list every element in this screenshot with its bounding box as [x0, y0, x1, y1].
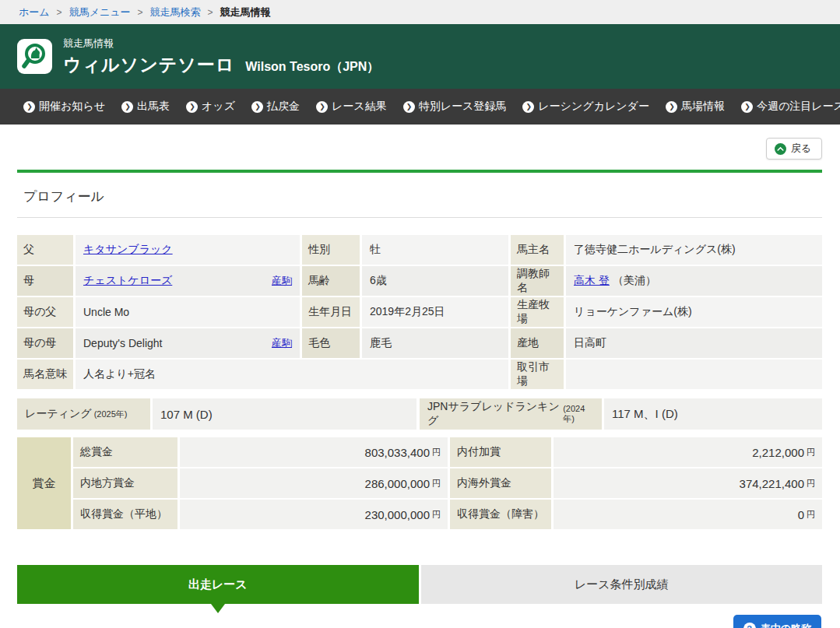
chevron-right-circle-icon: ❯ — [741, 101, 753, 113]
breadcrumb-horse-search[interactable]: 競走馬検索 — [150, 5, 201, 19]
chevron-right-circle-icon: ❯ — [522, 101, 534, 113]
nav-item-featured-races[interactable]: ❯今週の注目レース — [741, 100, 840, 114]
trainer-region: （美浦） — [613, 274, 656, 288]
sex-value: 牡 — [362, 235, 508, 265]
rating-value: 107 M (D) — [153, 398, 416, 430]
tab-race-entries[interactable]: 出走レース — [17, 565, 419, 604]
chevron-right-circle-icon: ❯ — [121, 101, 133, 113]
bonus-prize-value: 2,212,000円 — [554, 437, 822, 467]
chevron-right-circle-icon: ❯ — [666, 101, 677, 113]
rating-label-text: レーティング — [25, 407, 92, 421]
breadcrumb-separator: > — [57, 7, 62, 18]
coat-color-value: 鹿毛 — [362, 328, 508, 358]
breadcrumb-keiba-menu[interactable]: 競馬メニュー — [69, 5, 131, 19]
trainer-label: 調教師名 — [511, 266, 564, 296]
breadcrumb: ホーム > 競馬メニュー > 競走馬検索 > 競走馬情報 — [0, 0, 840, 24]
tab-label: 出走レース — [188, 577, 248, 592]
nav-item-race-results[interactable]: ❯レース結果 — [316, 100, 387, 114]
local-prize-label: 内地方賞金 — [73, 468, 177, 498]
name-meaning-label: 馬名意味 — [17, 360, 73, 389]
nav-item-label: レース結果 — [332, 100, 387, 114]
rating-row: レーティング (2025年) 107 M (D) JPNサラブレッドランキング … — [17, 398, 822, 430]
main-nav: ❯開催お知らせ ❯出馬表 ❯オッズ ❯払戻金 ❯レース結果 ❯特別レース登録馬 … — [0, 89, 840, 125]
dam-sire-label: 母の父 — [17, 297, 73, 327]
breadcrumb-separator: > — [208, 7, 213, 18]
dam-dam-value: Deputy's Delight 産駒 — [76, 328, 300, 358]
horse-name-en: Wilson Tesoro（JPN） — [245, 59, 379, 75]
jpn-ranking-label: JPNサラブレッドランキング (2024年) — [420, 398, 602, 430]
mother-progeny-link[interactable]: 産駒 — [272, 274, 292, 288]
table-abbreviations-button[interactable]: ? 表中の略称 — [733, 615, 821, 628]
main-content: 戻る プロフィール 父 キタサンブラック 性別 牡 馬主名 了徳寺健二ホールディ… — [17, 138, 822, 604]
rating-label: レーティング (2025年) — [17, 398, 150, 430]
nav-item-racecards[interactable]: ❯出馬表 — [121, 100, 170, 114]
farm-label: 生産牧場 — [511, 297, 564, 327]
father-label: 父 — [17, 235, 73, 265]
mother-label: 母 — [17, 266, 73, 296]
amount: 0 — [798, 508, 804, 521]
age-value: 6歳 — [362, 266, 508, 296]
earned-flat-prize-label: 収得賞金（平地） — [73, 500, 177, 529]
yen-unit: 円 — [807, 447, 815, 458]
market-label: 取引市場 — [511, 360, 564, 389]
overseas-prize-value: 374,221,400円 — [554, 468, 822, 498]
nav-item-racing-calendar[interactable]: ❯レーシングカレンダー — [522, 100, 649, 114]
earned-flat-prize-value: 230,000,000円 — [180, 500, 448, 529]
page-header: 競走馬情報 ウィルソンテソーロ Wilson Tesoro（JPN） — [0, 24, 840, 89]
amount: 374,221,400 — [740, 477, 804, 490]
chevron-right-circle-icon: ❯ — [186, 101, 198, 113]
results-tabs: 出走レース レース条件別成績 — [17, 565, 822, 604]
jpn-ranking-label-text: JPNサラブレッドランキング — [427, 400, 561, 428]
yen-unit: 円 — [807, 478, 815, 489]
coat-color-label: 毛色 — [302, 328, 360, 358]
chevron-right-circle-icon: ❯ — [23, 101, 35, 113]
dam-dam-progeny-link[interactable]: 産駒 — [272, 336, 292, 350]
jpn-ranking-value: 117 M、I (D) — [604, 398, 822, 430]
amount: 2,212,000 — [752, 446, 804, 459]
back-button[interactable]: 戻る — [766, 138, 822, 160]
yen-unit: 円 — [807, 509, 815, 521]
total-prize-label: 総賞金 — [73, 437, 177, 467]
nav-item-announcements[interactable]: ❯開催お知らせ — [23, 100, 105, 114]
prize-table: 賞金 総賞金 803,033,400円 内付加賞 2,212,000円 内地方賞… — [17, 437, 822, 529]
nav-item-payouts[interactable]: ❯払戻金 — [251, 100, 300, 114]
profile-section-title: プロフィール — [17, 173, 822, 218]
horse-name: ウィルソンテソーロ — [63, 53, 234, 77]
chevron-up-circle-icon — [775, 143, 786, 155]
farm-value: リョーケンファーム(株) — [566, 297, 822, 327]
owner-value: 了徳寺健二ホールディングス(株) — [566, 235, 822, 265]
nav-item-label: 開催お知らせ — [39, 100, 105, 114]
market-value — [566, 360, 822, 389]
breadcrumb-home[interactable]: ホーム — [19, 5, 50, 19]
header-category: 競走馬情報 — [63, 37, 379, 51]
nav-item-label: レーシングカレンダー — [538, 100, 649, 114]
horse-search-logo-icon — [17, 39, 52, 74]
father-link[interactable]: キタサンブラック — [83, 243, 173, 257]
active-tab-pointer — [211, 604, 225, 613]
breadcrumb-separator: > — [138, 7, 143, 18]
amount: 803,033,400 — [365, 446, 430, 459]
back-button-label: 戻る — [791, 142, 811, 156]
chevron-right-circle-icon: ❯ — [316, 101, 328, 113]
amount: 286,000,000 — [365, 477, 430, 490]
yen-unit: 円 — [432, 478, 441, 489]
prize-group-label: 賞金 — [17, 437, 71, 529]
trainer-link[interactable]: 高木 登 — [574, 274, 610, 288]
chevron-right-circle-icon: ❯ — [251, 101, 263, 113]
birth-date-label: 生年月日 — [302, 297, 360, 327]
total-prize-value: 803,033,400円 — [180, 437, 448, 467]
header-titles: 競走馬情報 ウィルソンテソーロ Wilson Tesoro（JPN） — [63, 37, 379, 77]
nav-item-label: 馬場情報 — [681, 100, 725, 114]
name-meaning-value: 人名より+冠名 — [76, 360, 508, 389]
abbreviations-button-label: 表中の略称 — [761, 622, 811, 628]
mother-link[interactable]: チェストケローズ — [83, 274, 172, 288]
nav-item-track-info[interactable]: ❯馬場情報 — [666, 100, 725, 114]
birthplace-label: 産地 — [511, 328, 564, 358]
nav-item-odds[interactable]: ❯オッズ — [186, 100, 235, 114]
owner-label: 馬主名 — [511, 235, 564, 265]
earned-jump-prize-value: 0円 — [554, 500, 822, 529]
tab-results-by-condition[interactable]: レース条件別成績 — [421, 565, 823, 604]
nav-item-special-race-entries[interactable]: ❯特別レース登録馬 — [403, 100, 507, 114]
nav-item-label: 出馬表 — [137, 100, 170, 114]
nav-item-label: オッズ — [202, 100, 235, 114]
